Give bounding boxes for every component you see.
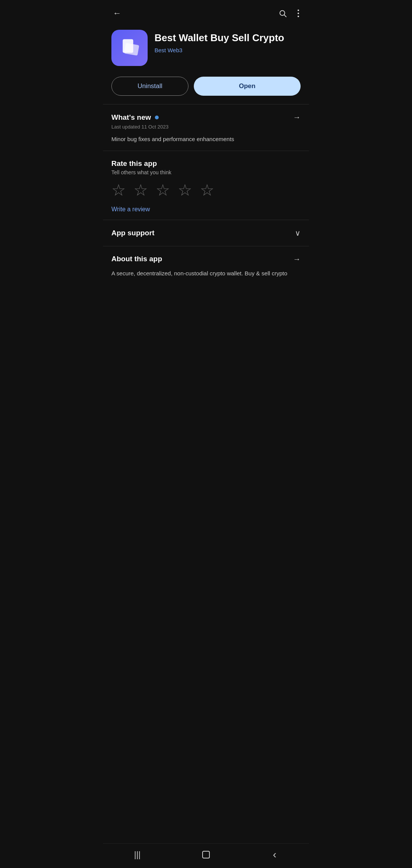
new-dot-indicator [155,116,159,119]
whats-new-header: What's new → [111,113,301,122]
star-5[interactable]: ☆ [200,182,214,198]
app-title-block: Best Wallet Buy Sell Crypto Best Web3 [154,30,284,53]
action-buttons: Uninstall Open [103,73,309,104]
whats-new-body: Minor bug fixes and performance enhancem… [111,135,301,144]
whats-new-title-row: What's new [111,113,159,122]
about-title: About this app [111,255,162,263]
svg-line-1 [284,15,286,17]
star-2[interactable]: ☆ [134,182,148,198]
search-button[interactable] [277,8,288,19]
whats-new-subtitle: Last updated 11 Oct 2023 [111,124,301,130]
stars-row: ☆ ☆ ☆ ☆ ☆ [111,182,301,198]
about-body: A secure, decentralized, non-custodial c… [111,269,301,278]
more-options-button[interactable] [296,8,301,19]
whats-new-title: What's new [111,113,151,122]
star-3[interactable]: ☆ [156,182,170,198]
rate-subtitle: Tell others what you think [111,169,301,175]
write-review-link[interactable]: Write a review [111,206,150,213]
about-arrow-icon[interactable]: → [293,255,301,264]
rate-section: Rate this app Tell others what you think… [103,151,309,220]
bottom-spacer [103,282,309,312]
star-1[interactable]: ☆ [111,182,126,198]
whats-new-section: What's new → Last updated 11 Oct 2023 Mi… [103,104,309,151]
app-icon [111,30,148,66]
about-section: About this app → A secure, decentralized… [103,246,309,282]
open-button[interactable]: Open [194,77,301,96]
app-developer: Best Web3 [154,47,284,53]
rate-title: Rate this app [111,159,301,168]
back-button[interactable]: ← [111,7,123,20]
uninstall-button[interactable]: Uninstall [111,77,188,96]
svg-rect-3 [124,43,139,56]
top-bar-left: ← [111,7,123,20]
app-title: Best Wallet Buy Sell Crypto [154,32,284,44]
app-support-title: App support [111,229,154,237]
top-bar: ← [103,0,309,24]
whats-new-arrow-icon[interactable]: → [293,113,301,122]
app-support-section[interactable]: App support ∨ [103,220,309,246]
star-4[interactable]: ☆ [178,182,192,198]
app-header: Best Wallet Buy Sell Crypto Best Web3 [103,24,309,73]
app-support-chevron-icon: ∨ [295,228,301,238]
top-bar-right [277,8,301,19]
about-header: About this app → [111,255,301,264]
